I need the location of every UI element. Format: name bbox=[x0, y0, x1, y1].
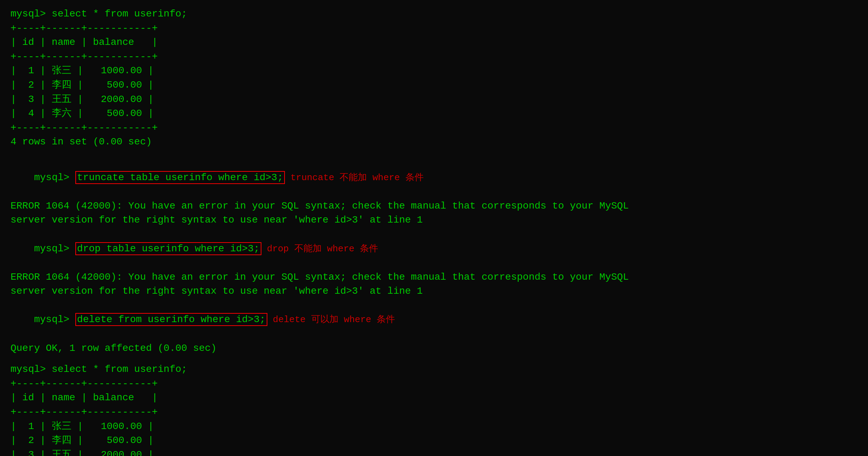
prompt-drop: mysql> bbox=[34, 243, 75, 254]
delete-prompt-line: mysql> delete from userinfo where id>3;d… bbox=[11, 299, 857, 341]
table-row-2-2: | 2 | 李四 | 500.00 | bbox=[11, 434, 857, 448]
table-sep-5: +----+------+-----------+ bbox=[11, 405, 857, 420]
drop-error-1: ERROR 1064 (42000): You have an error in… bbox=[11, 270, 857, 285]
delete-ok: Query OK, 1 row affected (0.00 sec) bbox=[11, 341, 857, 356]
truncate-error-2: server version for the right syntax to u… bbox=[11, 213, 857, 227]
delete-annotation: delete 可以加 where 条件 bbox=[273, 314, 395, 325]
table-sep-1: +----+------+-----------+ bbox=[11, 21, 857, 36]
drop-error-2: server version for the right syntax to u… bbox=[11, 284, 857, 299]
truncate-command: truncate table userinfo where id>3; bbox=[75, 171, 285, 184]
table-row-1-1: | 1 | 张三 | 1000.00 | bbox=[11, 64, 857, 78]
table-sep-2: +----+------+-----------+ bbox=[11, 50, 857, 64]
table-row-2-1: | 1 | 张三 | 1000.00 | bbox=[11, 420, 857, 434]
table-row-1-3: | 3 | 王五 | 2000.00 | bbox=[11, 93, 857, 107]
truncate-error-1: ERROR 1064 (42000): You have an error in… bbox=[11, 199, 857, 213]
truncate-prompt-line: mysql> truncate table userinfo where id>… bbox=[11, 156, 857, 199]
drop-command: drop table userinfo where id>3; bbox=[75, 242, 261, 255]
drop-prompt-line: mysql> drop table userinfo where id>3;dr… bbox=[11, 227, 857, 270]
table-header-2: | id | name | balance | bbox=[11, 391, 857, 405]
table-row-1-4: | 4 | 李六 | 500.00 | bbox=[11, 107, 857, 121]
terminal: mysql> select * from userinfo; +----+---… bbox=[11, 7, 857, 456]
result-1: 4 rows in set (0.00 sec) bbox=[11, 135, 857, 149]
prompt-delete: mysql> bbox=[34, 314, 75, 325]
table-header-1: | id | name | balance | bbox=[11, 35, 857, 50]
drop-annotation: drop 不能加 where 条件 bbox=[267, 244, 378, 254]
select-prompt-2: mysql> select * from userinfo; bbox=[11, 362, 857, 377]
table-sep-3: +----+------+-----------+ bbox=[11, 121, 857, 135]
select-prompt-1: mysql> select * from userinfo; bbox=[11, 7, 857, 21]
prompt-truncate: mysql> bbox=[34, 172, 75, 183]
table-row-2-3: | 3 | 王五 | 2000.00 | bbox=[11, 448, 857, 456]
delete-command: delete from userinfo where id>3; bbox=[75, 313, 267, 326]
truncate-annotation: truncate 不能加 where 条件 bbox=[291, 172, 424, 183]
table-sep-4: +----+------+-----------+ bbox=[11, 377, 857, 391]
table-row-1-2: | 2 | 李四 | 500.00 | bbox=[11, 78, 857, 93]
